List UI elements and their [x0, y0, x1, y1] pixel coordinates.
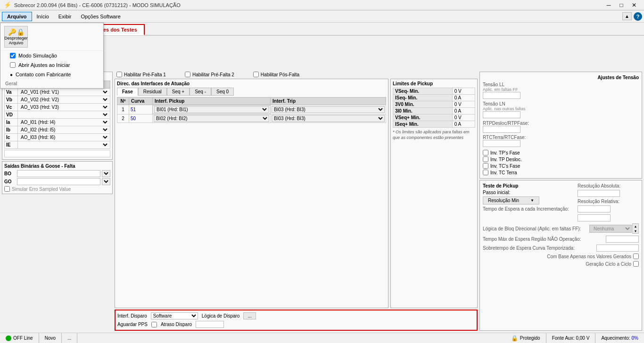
- tempo-max-input[interactable]: 1,00 s: [606, 236, 639, 243]
- ia-channel-select[interactable]: AO_I01 (Hrd: I4): [19, 119, 109, 125]
- nav-up-icon[interactable]: ▲: [622, 12, 632, 20]
- rtp-label: RTPDesloc/RTPFase:: [483, 121, 639, 126]
- inv-tc-fase-checkbox[interactable]: [483, 163, 488, 169]
- ie-channel-select[interactable]: [19, 142, 109, 148]
- aquecimento-value: 0%: [632, 335, 638, 341]
- desproteger-arquivo-icon[interactable]: 🔑 🔒 Desproteger Arquivo: [4, 26, 28, 48]
- row2-interf-pickup-select[interactable]: BI02 (Hrd: BI2): [154, 115, 269, 122]
- logica-bloq-scroll-up[interactable]: ▲: [633, 224, 638, 229]
- com-base-checkbox[interactable]: [633, 253, 639, 259]
- menu-opcoes-software[interactable]: Opções Software: [76, 12, 125, 21]
- col-interf-pickup-header: Interf. Pickup: [153, 98, 271, 105]
- abrir-ajustes-checkbox[interactable]: [10, 62, 16, 68]
- close-button[interactable]: ✕: [628, 0, 640, 10]
- inv-tp-desloc-checkbox[interactable]: [483, 156, 488, 162]
- table-row: Vb AO_V02 (Hrd: V2): [5, 96, 110, 104]
- aguardar-pps-label: Aguardar PPS: [117, 322, 148, 327]
- inv-tp-desloc-label: Inv. TP Desloc.: [490, 157, 522, 162]
- menu-abrir-ajustes[interactable]: Abrir Ajustes ao Iniciar: [0, 60, 103, 70]
- dir-atuacao-title: Direc. das Interfaces de Atuação: [117, 81, 386, 86]
- tensao-ajustes-section: Ajustes de Tensão Tensão LL Aplic. em fa…: [479, 72, 642, 179]
- menu-inicio[interactable]: Início: [32, 12, 54, 21]
- rtc-input[interactable]: 1,00: [483, 140, 520, 147]
- bo-select[interactable]: [102, 170, 110, 177]
- resolucao-abs-input[interactable]: 100,00 mA: [578, 190, 620, 197]
- row1-interf-trip-select[interactable]: BI03 (Hrd: BI3): [272, 106, 385, 113]
- logica-bloq-select[interactable]: Nenhuma: [589, 225, 632, 233]
- go-value-input[interactable]: [17, 178, 100, 185]
- inv-tc-terra-checkbox[interactable]: [483, 170, 488, 175]
- geracao-ciclo-checkbox[interactable]: [633, 261, 639, 267]
- modo-simulacao-checkbox[interactable]: [10, 53, 16, 58]
- interf-disparo-section: Interf. Disparo Software Lógica de Dispa…: [115, 310, 478, 331]
- prefalta1-checkbox[interactable]: [116, 72, 122, 77]
- menu-geral-label: Geral: [0, 79, 103, 88]
- menu-modo-simulacao[interactable]: Modo Simulação: [0, 51, 103, 60]
- saidas-title: Saídas Binárias & Goose - Falta: [4, 163, 110, 169]
- posfalta-label: Habilitar Pós-Falta: [261, 72, 299, 77]
- col-num-header: Nº: [117, 98, 129, 105]
- maximize-button[interactable]: □: [615, 0, 627, 10]
- interf-disparo-select[interactable]: Software: [151, 312, 198, 319]
- tempo-max-label: Tempo Máx de Espera Região NÃO Operação:: [483, 237, 604, 242]
- sobretempo-input[interactable]: 400,00 ms: [596, 245, 639, 252]
- logica-disparo-button[interactable]: ...: [243, 312, 256, 319]
- table-row: Ia AO_I01 (Hrd: I4): [5, 119, 110, 126]
- sobretempo-label: Sobretempo de Espera Curva Temporizada:: [483, 245, 594, 251]
- logica-bloq-scroll-down[interactable]: ▼: [633, 229, 638, 233]
- tensao-ll-sublabel: Aplic. em faltas FF: [483, 87, 639, 92]
- fonte-aux-value: 0,00 V: [576, 335, 589, 341]
- list-item: ISeq+ Min. 0 A: [393, 121, 475, 128]
- col-interf-trip-header: Interf. Trip: [271, 98, 386, 105]
- posfalta-checkbox[interactable]: [253, 72, 259, 77]
- tensao-ajustes-title: Ajustes de Tensão: [483, 75, 639, 80]
- inv-tp-fase-checkbox[interactable]: [483, 150, 488, 155]
- tensao-ln-input[interactable]: 33,20 V: [483, 111, 520, 118]
- passo-inicial-label: Passo inicial:: [483, 190, 574, 195]
- dir-atuacao-section: Direc. das Interfaces de Atuação Fase Re…: [115, 79, 388, 308]
- col-curva-header: Curva: [129, 98, 153, 105]
- row1-interf-pickup-select[interactable]: BI01 (Hrd: BI1): [154, 106, 269, 113]
- vd-channel-select[interactable]: [19, 112, 109, 118]
- rtp-input[interactable]: 1,00: [483, 126, 520, 133]
- limites-title: Limites de Pickup: [393, 81, 475, 86]
- prefalta2-checkbox[interactable]: [185, 72, 190, 77]
- minimize-button[interactable]: ─: [603, 0, 615, 10]
- window-title: Sobrecor 2.00.094 (64 Bits) - CE-6006 (0…: [14, 2, 181, 8]
- status-protegido: 🔒 Protegido: [505, 333, 546, 343]
- tab-seq-zero[interactable]: Seq 0: [211, 88, 234, 96]
- menu-arquivo[interactable]: Arquivo: [2, 12, 32, 21]
- tab-fase[interactable]: Fase: [117, 88, 138, 96]
- tab-residual[interactable]: Residual: [138, 88, 167, 96]
- tab-seq-minus[interactable]: Seq -: [190, 88, 211, 96]
- list-item: 3I0 Min. 0 A: [393, 108, 475, 114]
- va-channel-select[interactable]: AO_V01 (Hrd: V1): [19, 89, 109, 95]
- vc-channel-select[interactable]: AO_V03 (Hrd: V3): [19, 104, 109, 110]
- row2-interf-trip-select[interactable]: BI03 (Hrd: BI3): [272, 115, 385, 122]
- menu-exibir[interactable]: Exibir: [54, 12, 76, 21]
- rtc-label: RTCTerra/RTCFase:: [483, 135, 639, 140]
- bo-value-input[interactable]: 0; 0; 0; 0; 0; 0: [17, 170, 100, 177]
- help-icon[interactable]: ?: [634, 12, 642, 21]
- ic-channel-select[interactable]: AO_I03 (Hrd: I6): [19, 134, 109, 140]
- resolucao-min-button[interactable]: Resolução Min ▼: [483, 196, 539, 204]
- ib-channel-select[interactable]: AO_I02 (Hrd: I5): [19, 127, 109, 133]
- resolucao-rel-input[interactable]: 0,10 %: [578, 205, 611, 212]
- desproteger-label: Desproteger: [4, 36, 28, 41]
- arquivo-label: Arquivo: [9, 41, 24, 45]
- table-row: Ib AO_I02 (Hrd: I5): [5, 126, 110, 134]
- atraso-disparo-input[interactable]: 0,00 s: [196, 321, 224, 328]
- status-fonte-aux: Fonte Aux: 0,00 V: [546, 333, 596, 343]
- simular-erro-checkbox[interactable]: [4, 186, 10, 192]
- menu-contato-fabricante[interactable]: ● Contato com Fabricante: [0, 70, 103, 79]
- limites-pickup-section: Limites de Pickup VSeq- Min. 0 V ISeq- M…: [390, 79, 478, 308]
- tensao-ll-input[interactable]: 57,50 V: [483, 92, 520, 99]
- go-label: GO: [4, 179, 16, 184]
- tab-seq-plus[interactable]: Seq +: [167, 88, 190, 96]
- go-select[interactable]: [102, 178, 110, 185]
- espera-input[interactable]: 0,60 s: [578, 214, 611, 221]
- list-item: ISeq- Min. 0 A: [393, 95, 475, 101]
- aguardar-pps-checkbox[interactable]: [151, 322, 157, 327]
- vb-channel-select[interactable]: AO_V02 (Hrd: V2): [19, 97, 109, 103]
- resolucao-min-label: Resolução Min: [488, 198, 519, 203]
